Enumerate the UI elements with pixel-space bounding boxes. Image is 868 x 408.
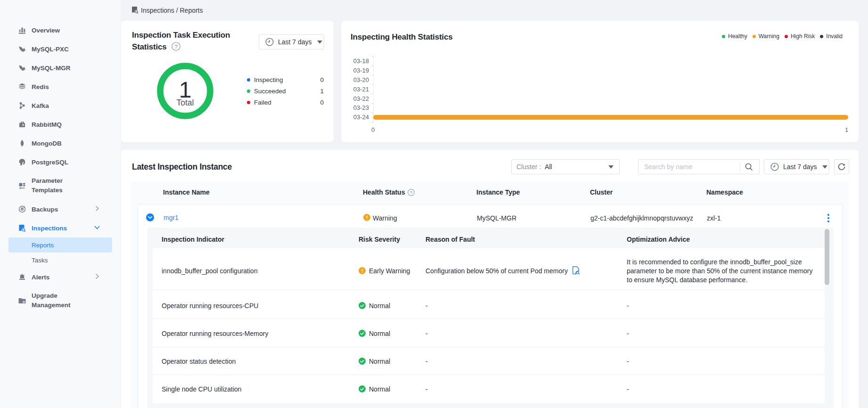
- svg-text:Total: Total: [177, 98, 194, 107]
- svg-text:?: ?: [410, 190, 412, 195]
- svg-text:?: ?: [175, 43, 178, 49]
